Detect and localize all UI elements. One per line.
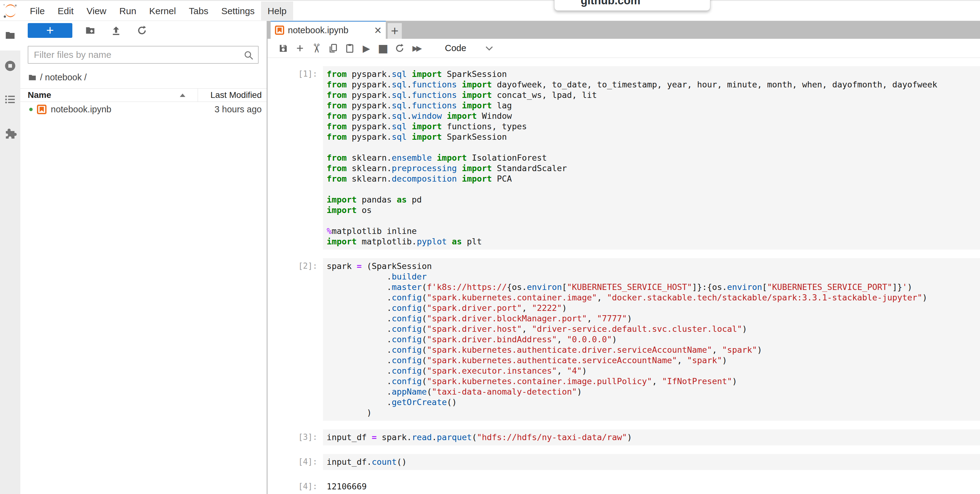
output-area: 12106669: [323, 479, 980, 494]
puzzle-icon: [4, 126, 17, 139]
notebook-cells: [1]:from pyspark.sql import SparkSession…: [267, 66, 980, 494]
paste-cells-button[interactable]: [342, 41, 358, 56]
code-cell: [2]:spark = (SparkSession .builder .mast…: [267, 258, 980, 421]
execution-prompt: [2]:: [267, 258, 323, 421]
new-tab-button[interactable]: +: [388, 23, 402, 39]
menu-view[interactable]: View: [80, 2, 113, 20]
tab-bar: notebook.ipynb × +: [267, 20, 980, 39]
plus-icon: +: [391, 24, 399, 38]
tab-notebook[interactable]: notebook.ipynb ×: [270, 20, 386, 39]
file-browser: + / n: [20, 20, 267, 494]
column-name[interactable]: Name: [28, 90, 51, 100]
upload-icon: [111, 25, 122, 36]
restart-kernel-button[interactable]: [391, 41, 408, 56]
notebook-file-icon: [37, 105, 46, 114]
run-icon: ▶: [363, 43, 370, 54]
cut-cells-button[interactable]: ✂: [308, 41, 325, 56]
breadcrumb-path: / notebook /: [40, 72, 87, 83]
close-tab-icon[interactable]: ×: [374, 25, 382, 35]
menu-kernel[interactable]: Kernel: [143, 2, 183, 20]
breadcrumb[interactable]: / notebook /: [28, 72, 87, 83]
menubar-items: FileEditViewRunKernelTabsSettingsHelp: [24, 2, 293, 20]
search-icon: [243, 50, 254, 61]
execution-prompt: [3]:: [267, 429, 323, 445]
copy-cells-button[interactable]: [325, 41, 342, 56]
execution-prompt: [4]:: [267, 454, 323, 470]
cut-icon: ✂: [309, 43, 324, 54]
refresh-icon: [137, 25, 148, 36]
main-panel: notebook.ipynb × + ✂: [267, 20, 980, 494]
refresh-button[interactable]: [135, 23, 150, 38]
github-popup: github.com: [554, 0, 710, 11]
code-editor[interactable]: spark = (SparkSession .builder .master(f…: [323, 258, 980, 421]
new-folder-button[interactable]: [83, 23, 98, 38]
menu-settings[interactable]: Settings: [215, 2, 261, 20]
menu-help[interactable]: Help: [261, 2, 293, 20]
folder-icon: [4, 30, 16, 41]
run-cell-button[interactable]: ▶: [358, 41, 375, 56]
file-name: notebook.ipynb: [51, 104, 111, 114]
cell-type-dropdown[interactable]: Code: [445, 43, 466, 53]
new-folder-icon: [85, 25, 96, 37]
sort-ascending-icon[interactable]: [180, 94, 185, 97]
menu-tabs[interactable]: Tabs: [182, 2, 215, 20]
sidebar-item-files[interactable]: [0, 20, 20, 51]
code-cell: [1]:from pyspark.sql import SparkSession…: [267, 66, 980, 249]
file-browser-toolbar: +: [20, 22, 267, 39]
file-list-header: Name Last Modified: [20, 88, 267, 102]
sidebar-item-running[interactable]: [0, 59, 20, 72]
output-prompt: [4]:: [267, 479, 323, 494]
column-last-modified[interactable]: Last Modified: [210, 90, 262, 100]
fast-forward-icon: ▶▶: [412, 44, 420, 52]
tab-title: notebook.ipynb: [288, 25, 348, 35]
restart-icon: [395, 43, 405, 54]
chevron-down-icon[interactable]: [485, 46, 493, 51]
filter-files-box: [28, 46, 259, 64]
jupyter-logo-icon: [2, 3, 19, 19]
sidebar-item-toc[interactable]: [0, 93, 20, 106]
menu-edit[interactable]: Edit: [51, 2, 80, 20]
code-editor[interactable]: from pyspark.sql import SparkSession fro…: [323, 66, 980, 249]
plus-icon: [295, 43, 305, 53]
stop-circle-icon: [4, 59, 17, 72]
code-editor[interactable]: input_df = spark.read.parquet("hdfs://hd…: [323, 429, 980, 445]
file-row[interactable]: notebook.ipynb 3 hours ago: [20, 102, 267, 117]
notebook-content: [1]:from pyspark.sql import SparkSession…: [267, 58, 980, 494]
copy-icon: [328, 43, 338, 54]
code-editor[interactable]: input_df.count(): [323, 454, 980, 470]
sidebar-item-extensions[interactable]: [0, 126, 20, 139]
notebook-tab-icon: [275, 25, 284, 35]
running-kernel-dot: [29, 108, 33, 111]
list-icon: [4, 93, 16, 106]
folder-icon: [28, 73, 37, 82]
menu-run[interactable]: Run: [113, 2, 143, 20]
save-button[interactable]: [275, 41, 291, 56]
file-modified: 3 hours ago: [215, 104, 262, 114]
stop-icon: ■: [378, 42, 388, 54]
menu-file[interactable]: File: [24, 2, 51, 20]
plus-icon: +: [46, 24, 54, 37]
restart-run-all-button[interactable]: ▶▶: [408, 41, 425, 56]
new-launcher-button[interactable]: +: [28, 23, 72, 38]
github-popup-text: github.com: [581, 0, 710, 7]
menubar: FileEditViewRunKernelTabsSettingsHelp: [0, 0, 980, 21]
code-cell: [3]:input_df = spark.read.parquet("hdfs:…: [267, 429, 980, 445]
upload-button[interactable]: [109, 23, 124, 38]
left-sidebar: [0, 20, 20, 494]
interrupt-kernel-button[interactable]: ■: [375, 41, 391, 56]
output-cell: [4]:12106669: [267, 479, 980, 494]
code-cell: [4]:input_df.count(): [267, 454, 980, 470]
paste-icon: [345, 43, 355, 54]
notebook-toolbar: ✂ ▶ ■ ▶▶ Code: [267, 39, 980, 58]
save-icon: [278, 43, 288, 54]
insert-cell-button[interactable]: [291, 41, 308, 56]
execution-prompt: [1]:: [267, 66, 323, 249]
filter-files-input[interactable]: [28, 46, 258, 63]
